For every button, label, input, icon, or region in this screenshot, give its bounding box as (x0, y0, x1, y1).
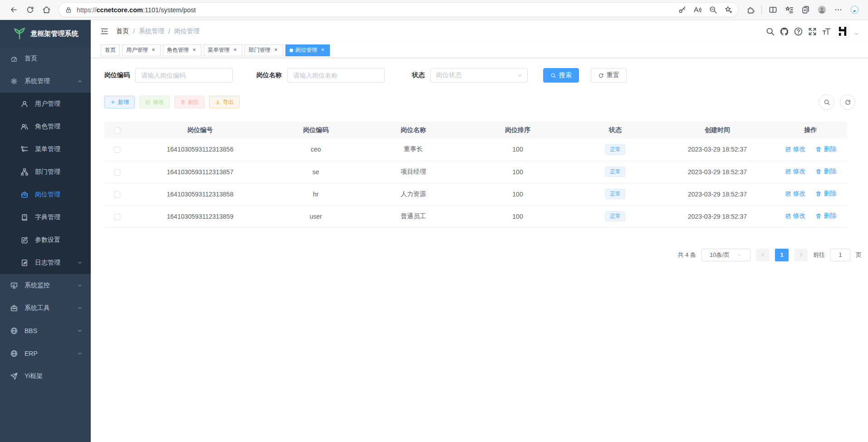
goto-page-input[interactable] (830, 249, 850, 261)
tab-close-icon[interactable] (273, 47, 279, 54)
tab-close-icon[interactable] (150, 47, 157, 54)
toggle-search-button[interactable] (819, 94, 834, 110)
row-edit-link[interactable]: 修改 (785, 190, 806, 198)
col-post-name: 岗位名称 (361, 122, 466, 138)
bing-chat-icon[interactable] (846, 2, 863, 18)
tab-users[interactable]: 用户管理 (122, 44, 161, 56)
select-all-checkbox[interactable] (114, 128, 120, 134)
password-key-icon[interactable] (675, 3, 689, 17)
browser-refresh-button[interactable] (22, 2, 38, 18)
search-button[interactable]: 搜索 (543, 68, 579, 83)
sidebar-fold-icon[interactable] (100, 27, 109, 36)
monitor-icon (10, 281, 18, 290)
trash-icon (180, 99, 186, 105)
font-size-icon[interactable] (822, 27, 831, 36)
collections-icon[interactable] (781, 2, 797, 18)
status-select[interactable]: 岗位状态 (430, 68, 528, 83)
tab-menus[interactable]: 菜单管理 (204, 44, 242, 56)
sidebar-item-posts[interactable]: 岗位管理 (0, 183, 91, 206)
header-tools (765, 25, 859, 38)
post-name-input[interactable] (287, 68, 385, 83)
tab-depts[interactable]: 部门管理 (245, 44, 283, 56)
status-badge: 正常 (605, 167, 625, 177)
delete-link-label: 删除 (824, 190, 836, 198)
page-size-value: 10条/页 (710, 251, 730, 259)
sidebar-item-dict[interactable]: 字典管理 (0, 206, 91, 229)
row-edit-link[interactable]: 修改 (785, 212, 806, 220)
sidebar-item-home[interactable]: 首页 (0, 47, 91, 70)
breadcrumb-home[interactable]: 首页 (116, 27, 129, 35)
delete-link-label: 删除 (824, 212, 836, 220)
refresh-icon (844, 99, 851, 106)
sidebar-item-erp[interactable]: ERP (0, 342, 91, 365)
fullscreen-icon[interactable] (808, 27, 817, 36)
delete-button-disabled[interactable]: 删除 (174, 96, 205, 108)
export-button[interactable]: 导出 (209, 96, 240, 108)
row-delete-link[interactable]: 删除 (815, 167, 836, 176)
breadcrumb-system[interactable]: 系统管理 (139, 27, 164, 35)
tab-close-icon[interactable] (191, 47, 197, 54)
add-button[interactable]: 新增 (104, 96, 135, 108)
extensions-icon[interactable] (742, 2, 759, 18)
sidebar-item-monitor[interactable]: 系统监控 (0, 274, 91, 297)
tab-posts-active[interactable]: 岗位管理 (285, 44, 330, 56)
sidebar-item-users[interactable]: 用户管理 (0, 93, 91, 115)
next-page-button[interactable] (794, 249, 808, 261)
browser-menu-icon[interactable] (830, 2, 846, 18)
post-code-input[interactable] (135, 68, 233, 83)
created-at-cell: 2023-03-29 18:52:37 (661, 205, 774, 227)
github-icon[interactable] (780, 27, 789, 36)
toolbox-icon (10, 304, 18, 312)
tab-close-icon[interactable] (319, 47, 326, 54)
edit-icon (785, 146, 791, 152)
tab-home[interactable]: 首页 (101, 44, 120, 56)
page-number-1[interactable]: 1 (775, 249, 789, 261)
avatar-caret-icon[interactable] (854, 31, 859, 36)
sidebar-item-yi[interactable]: Yi框架 (0, 365, 91, 388)
reset-button[interactable]: 重置 (591, 68, 627, 83)
browser-home-button[interactable] (38, 2, 54, 18)
read-aloud-icon[interactable] (690, 3, 705, 17)
row-delete-link[interactable]: 删除 (815, 190, 836, 198)
globe-icon (10, 327, 18, 335)
sidebar-item-logs[interactable]: 日志管理 (0, 251, 91, 274)
table-header-row: 岗位编号 岗位编码 岗位名称 岗位排序 状态 创建时间 操作 (104, 122, 847, 138)
sidebar-item-menus[interactable]: 菜单管理 (0, 138, 91, 161)
split-screen-icon[interactable] (765, 2, 781, 18)
trash-icon (815, 191, 822, 197)
address-bar[interactable]: https://ccnetcore.com:1101/system/post (58, 2, 739, 17)
url-text[interactable]: https://ccnetcore.com:1101/system/post (77, 6, 675, 14)
sidebar-item-label: 参数设置 (35, 236, 60, 244)
help-icon[interactable] (794, 27, 803, 36)
sidebar-item-tools[interactable]: 系统工具 (0, 297, 91, 319)
row-delete-link[interactable]: 删除 (815, 145, 836, 153)
row-checkbox[interactable] (114, 214, 120, 220)
row-edit-link[interactable]: 修改 (785, 167, 806, 176)
sidebar-item-roles[interactable]: 角色管理 (0, 115, 91, 138)
sidebar-item-system[interactable]: 系统管理 (0, 70, 91, 93)
row-edit-link[interactable]: 修改 (785, 145, 806, 153)
favorites-add-icon[interactable] (721, 3, 736, 17)
tab-close-icon[interactable] (232, 47, 238, 54)
chevron-down-icon (77, 328, 83, 334)
page-size-select[interactable]: 10条/页 (701, 249, 750, 261)
browser-profile-avatar[interactable] (814, 2, 830, 18)
row-checkbox[interactable] (114, 192, 120, 198)
zoom-out-icon[interactable] (706, 3, 720, 17)
user-avatar[interactable] (836, 25, 849, 38)
tab-roles[interactable]: 角色管理 (163, 44, 201, 56)
sidebar-item-depts[interactable]: 部门管理 (0, 161, 91, 183)
browser-back-button[interactable] (5, 2, 22, 18)
prev-page-button[interactable] (756, 249, 770, 261)
sidebar-item-bbs[interactable]: BBS (0, 319, 91, 342)
edit-button-disabled[interactable]: 修改 (139, 96, 170, 108)
lock-icon[interactable] (65, 6, 72, 14)
refresh-icon (598, 73, 604, 79)
refresh-table-button[interactable] (840, 94, 855, 110)
sidebar-item-params[interactable]: 参数设置 (0, 229, 91, 251)
header-search-icon[interactable] (765, 27, 775, 36)
row-checkbox[interactable] (114, 147, 120, 153)
row-checkbox[interactable] (114, 169, 120, 176)
row-delete-link[interactable]: 删除 (815, 212, 836, 220)
duplicate-tab-icon[interactable] (797, 2, 814, 18)
